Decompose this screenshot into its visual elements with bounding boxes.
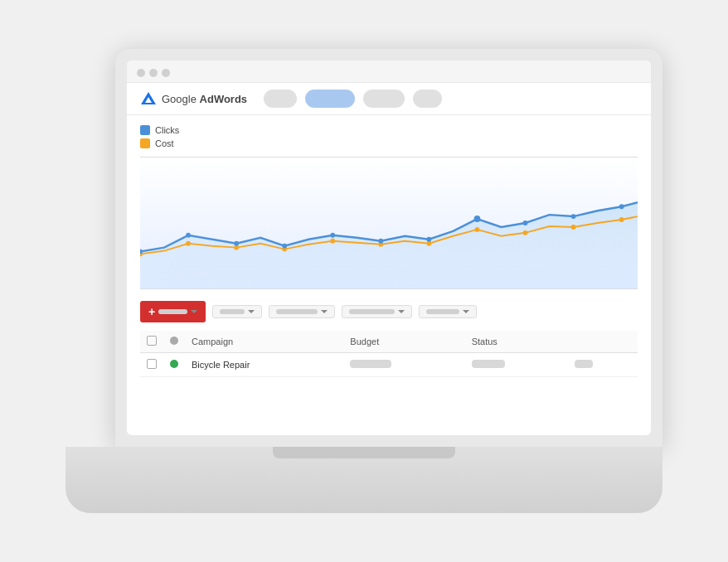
cost-dot [475, 227, 480, 232]
clicks-dot [474, 216, 481, 222]
filter-dropdown-4[interactable] [419, 305, 477, 318]
app-header: Google AdWords [127, 83, 651, 115]
filter2-label [276, 309, 318, 314]
main-content: Clicks Cost [127, 115, 651, 387]
logo: Google AdWords [140, 90, 247, 107]
clicks-dot [234, 241, 239, 246]
row-status [465, 353, 568, 377]
clicks-dot [571, 214, 576, 219]
clicks-dot [330, 233, 335, 238]
add-icon: + [148, 305, 155, 318]
cost-dot [186, 241, 191, 246]
tl-minimize [149, 69, 158, 77]
clicks-dot [523, 220, 528, 225]
select-all-header[interactable] [140, 331, 163, 353]
cost-dot [619, 217, 624, 222]
row-budget [343, 353, 464, 377]
select-all-checkbox[interactable] [147, 336, 157, 346]
chart-legend: Clicks Cost [140, 125, 638, 148]
row-action [568, 353, 638, 377]
cost-dot [523, 230, 528, 235]
laptop-base [66, 447, 662, 513]
nav-tab-1[interactable] [264, 90, 297, 108]
status-col-header: Status [465, 331, 568, 353]
app-title: Google AdWords [162, 93, 247, 105]
filter3-label [349, 309, 395, 314]
filter-dropdown-3[interactable] [342, 305, 412, 318]
legend-clicks-label: Clicks [155, 125, 179, 135]
nav-tab-4[interactable] [413, 90, 442, 108]
status-pill [472, 360, 505, 368]
clicks-dot [378, 239, 383, 244]
clicks-dot [619, 204, 624, 209]
clicks-dot [186, 233, 191, 238]
cost-dot [330, 239, 335, 244]
filter-dropdown-1[interactable] [212, 305, 262, 318]
legend-cost-icon [140, 138, 150, 148]
legend-clicks: Clicks [140, 125, 638, 135]
adwords-logo-icon [140, 90, 157, 107]
campaigns-table: Campaign Budget Status [140, 331, 638, 377]
row-checkbox-cell[interactable] [140, 353, 163, 377]
table-header-row: Campaign Budget Status [140, 331, 638, 353]
add-label-pill [158, 309, 187, 314]
clicks-dot [426, 237, 431, 242]
nav-tab-2[interactable] [305, 90, 355, 108]
filter4-label [426, 309, 459, 314]
row-status-dot [170, 360, 178, 368]
status-header-icon [170, 337, 178, 345]
campaign-header: Campaign [185, 331, 343, 353]
row-status-dot-cell [163, 353, 185, 377]
chart-area [140, 157, 638, 289]
add-campaign-button[interactable]: + [140, 301, 206, 322]
laptop-screen: Google AdWords [127, 61, 651, 435]
legend-clicks-icon [140, 125, 150, 135]
budget-pill [350, 360, 391, 368]
filter2-chevron-icon [321, 310, 328, 313]
traffic-lights [127, 61, 651, 83]
budget-header: Budget [343, 331, 464, 353]
chart-svg [140, 157, 638, 288]
status-header [163, 331, 185, 353]
filter1-label [220, 309, 245, 314]
tl-maximize [162, 69, 170, 77]
filter3-chevron-icon [398, 310, 405, 313]
add-chevron-icon [191, 310, 197, 313]
laptop-hinge [273, 447, 455, 458]
laptop-bezel: Google AdWords [115, 49, 662, 447]
tl-close [137, 69, 145, 77]
cost-dot [571, 225, 576, 230]
row-campaign-name: Bicycle Repair [185, 353, 343, 377]
nav-tab-3[interactable] [363, 90, 405, 108]
clicks-dot [282, 244, 287, 249]
table-row: Bicycle Repair [140, 353, 638, 377]
laptop: Google AdWords [66, 49, 662, 513]
action-header [568, 331, 638, 353]
filter1-chevron-icon [248, 310, 255, 313]
legend-cost-label: Cost [155, 138, 174, 148]
row-checkbox[interactable] [147, 359, 157, 369]
toolbar: + [140, 301, 638, 322]
legend-cost: Cost [140, 138, 638, 148]
filter4-chevron-icon [463, 310, 469, 313]
filter-dropdown-2[interactable] [269, 305, 335, 318]
scene: Google AdWords [0, 0, 728, 562]
action-pill [575, 360, 593, 368]
